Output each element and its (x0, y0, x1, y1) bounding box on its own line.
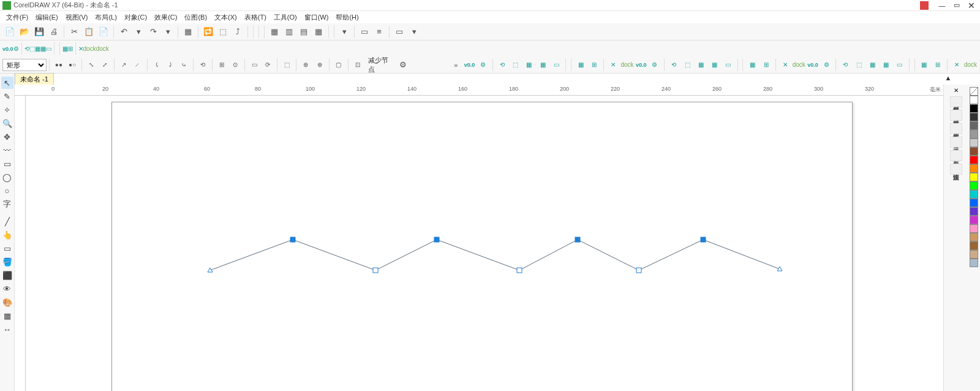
docker-close-icon[interactable]: ✕ (954, 87, 959, 94)
prop-teal-0-12[interactable]: ✕ (607, 58, 619, 72)
tb2-btn-5[interactable]: ▦ (40, 45, 46, 52)
prop-teal-2-10[interactable]: ⊞ (932, 58, 944, 72)
menu-item[interactable]: 文本(X) (211, 12, 241, 23)
prop-btn-28[interactable]: ⊡ (352, 58, 364, 72)
prop-btn-3[interactable]: ⤡ (85, 58, 97, 72)
end-node[interactable] (777, 267, 782, 271)
toolbar-btn-10[interactable]: ▾ (132, 25, 145, 39)
menu-item[interactable]: 对象(C) (121, 12, 151, 23)
prop-teal-1-2[interactable]: ⟲ (668, 58, 680, 72)
toolbar-btn-6[interactable]: 📋 (82, 25, 96, 39)
tool-4[interactable]: ✥ (1, 131, 13, 143)
toolbar-btn-12[interactable]: ▾ (161, 25, 175, 39)
tb2-btn-4[interactable]: ▦ (35, 45, 40, 52)
color-swatch[interactable] (970, 190, 978, 199)
end-node[interactable] (208, 268, 213, 272)
tool-18[interactable]: ▦ (1, 309, 13, 322)
tool-12[interactable]: 👆 (1, 229, 13, 241)
color-swatch[interactable] (970, 241, 978, 250)
docker-tab[interactable]: 提示 (950, 137, 962, 148)
tool-19[interactable]: ↔ (1, 323, 13, 335)
toolbar-btn-26[interactable]: ▦ (312, 25, 325, 39)
tb2-btn-0[interactable]: ⚙ (13, 45, 19, 52)
docker-tab[interactable]: 对象样式 (950, 110, 962, 121)
prop-teal-0-5[interactable]: ▦ (537, 58, 549, 72)
prop-teal-0-9[interactable]: ▦ (575, 58, 587, 72)
tb2-btn-2[interactable]: ⟲ (24, 45, 29, 52)
prop-btn-26[interactable]: ▢ (333, 58, 345, 72)
toolbar-btn-34[interactable]: ▭ (393, 25, 406, 39)
page[interactable] (111, 102, 853, 391)
tool-17[interactable]: 🎨 (1, 296, 13, 308)
color-swatch[interactable] (970, 233, 978, 241)
toolbar-btn-3[interactable]: 🖨 (47, 25, 61, 39)
prop-teal-1-6[interactable]: ▭ (722, 58, 734, 72)
toolbar-btn-18[interactable]: ⤴ (231, 25, 244, 39)
toolbar-btn-2[interactable]: 💾 (32, 25, 46, 39)
prop-btn-4[interactable]: ⤢ (99, 58, 111, 72)
tool-9[interactable]: 字 (1, 198, 13, 210)
maximize-button[interactable]: ▭ (951, 1, 963, 10)
color-swatch[interactable] (970, 139, 978, 147)
color-swatch[interactable] (970, 173, 978, 181)
prop-btn-15[interactable]: ⊞ (216, 58, 228, 72)
tool-7[interactable]: ◯ (1, 171, 13, 183)
menu-item[interactable]: 视图(V) (62, 12, 92, 23)
user-icon[interactable] (920, 1, 929, 10)
prop-teal-1-9[interactable]: ▦ (746, 58, 758, 72)
tool-16[interactable]: 👁 (1, 283, 13, 295)
tool-6[interactable]: ▭ (1, 158, 13, 170)
color-swatch[interactable] (970, 199, 978, 207)
prop-teal-1-5[interactable]: ▦ (708, 58, 720, 72)
prop-btn-23[interactable]: ⊕ (300, 58, 312, 72)
tab-document[interactable]: 未命名 -1 (15, 73, 54, 86)
close-button[interactable]: ✕ (965, 1, 978, 10)
prop-btn-6[interactable]: ↗ (118, 58, 130, 72)
tb2-btn-6[interactable]: ▭ (46, 45, 51, 52)
prop-teal-1-10[interactable]: ⊞ (760, 58, 772, 72)
prop-teal-1-12[interactable]: ✕ (779, 58, 791, 72)
tool-13[interactable]: ▭ (1, 242, 13, 254)
menu-item[interactable]: 表格(T) (241, 12, 270, 23)
color-swatch[interactable] (970, 96, 978, 104)
toolbar-btn-25[interactable]: ▤ (297, 25, 311, 39)
prop-teal-0-10[interactable]: ⊞ (588, 58, 600, 72)
menu-item[interactable]: 工具(O) (270, 12, 301, 23)
prop-teal-2-5[interactable]: ▦ (880, 58, 892, 72)
prop-btn-7[interactable]: ⟋ (131, 58, 143, 72)
selected-node[interactable] (575, 237, 580, 242)
overflow-icon[interactable]: » (450, 58, 462, 72)
prop-btn-13[interactable]: ⟲ (197, 58, 209, 72)
tool-5[interactable]: 〰 (1, 144, 13, 156)
docker-tab[interactable]: 颜色 (950, 150, 962, 161)
color-swatch[interactable] (970, 121, 978, 130)
prop-teal-0-4[interactable]: ▦ (523, 58, 535, 72)
dock-btn[interactable]: dock (964, 58, 977, 72)
prop-teal-0-0[interactable]: ⚙ (477, 58, 489, 72)
toolbar-btn-14[interactable]: ▦ (181, 25, 195, 39)
tool-14[interactable]: 🪣 (1, 256, 13, 268)
color-swatch[interactable] (970, 104, 978, 113)
dock-btn[interactable]: dock (83, 45, 96, 52)
selected-node[interactable] (434, 237, 439, 242)
tb2-btn-9[interactable]: ▦ (62, 45, 68, 52)
toolbar-btn-17[interactable]: ⬚ (216, 25, 230, 39)
prop-btn-0[interactable]: ●● (53, 58, 65, 72)
tool-8[interactable]: ○ (1, 184, 13, 197)
prop-btn-19[interactable]: ⟳ (262, 58, 274, 72)
prop-btn-10[interactable]: ⤸ (164, 58, 176, 72)
color-swatch[interactable] (970, 164, 978, 173)
prop-btn-9[interactable]: ⤹ (150, 58, 162, 72)
menu-item[interactable]: 窗口(W) (301, 12, 333, 23)
toolbar-btn-31[interactable]: ▭ (358, 25, 371, 39)
dock-btn[interactable]: dock (96, 45, 109, 52)
color-swatch[interactable] (970, 259, 978, 267)
prop-teal-1-4[interactable]: ▦ (695, 58, 707, 72)
prop-teal-1-0[interactable]: ⚙ (649, 58, 661, 72)
reduce-nodes-settings[interactable]: ⚙ (397, 58, 409, 72)
tool-2[interactable]: ✧ (1, 104, 13, 116)
prop-teal-0-3[interactable]: ⬚ (510, 58, 522, 72)
toolbar-btn-0[interactable]: 📄 (3, 25, 17, 39)
toolbar-btn-5[interactable]: ✂ (67, 25, 81, 39)
toolbar-btn-32[interactable]: ≡ (372, 25, 386, 39)
